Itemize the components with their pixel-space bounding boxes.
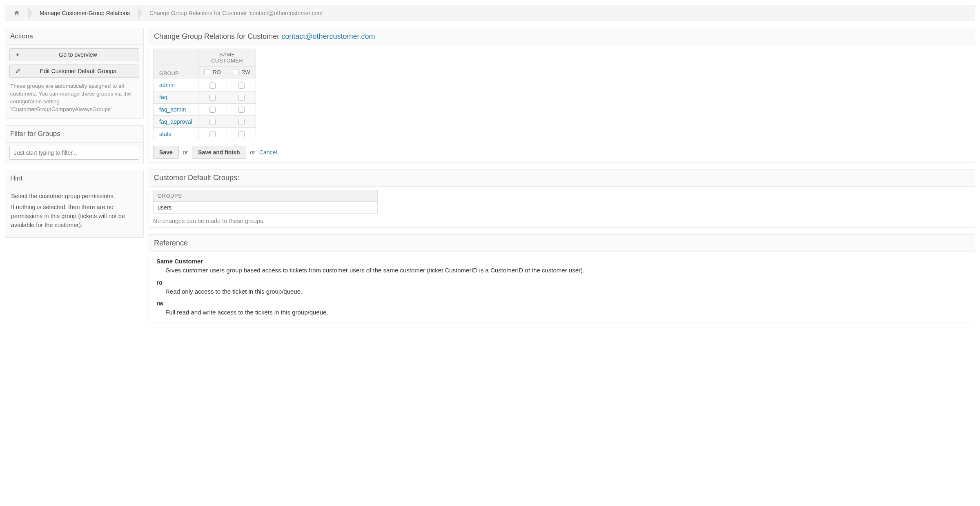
customer-email-link[interactable]: contact@othercustomer.com: [281, 32, 375, 40]
ref-rw-term: rw: [156, 300, 967, 307]
checkbox-faq-approval-ro[interactable]: [209, 119, 216, 125]
checkbox-ro-all[interactable]: [204, 69, 210, 75]
group-link-stats[interactable]: stats: [159, 131, 172, 137]
checkbox-faq-admin-ro[interactable]: [209, 107, 216, 113]
col-rw-select-all[interactable]: RW: [233, 69, 250, 75]
checkbox-faq-admin-rw[interactable]: [238, 107, 245, 113]
table-row: faq_approval: [154, 116, 256, 128]
checkbox-admin-rw[interactable]: [238, 82, 245, 89]
table-row: admin: [154, 79, 256, 91]
group-link-admin[interactable]: admin: [159, 82, 175, 88]
table-row: faq_admin: [154, 103, 256, 116]
ref-same-customer-term: Same Customer: [156, 258, 967, 265]
col-group: GROUP: [154, 49, 198, 79]
permissions-table: GROUP SAME CUSTOMER RO RW admin: [153, 49, 256, 140]
checkbox-faq-approval-rw[interactable]: [238, 119, 245, 125]
group-link-faq[interactable]: faq: [159, 94, 167, 100]
filter-title: Filter for Groups: [5, 126, 143, 143]
go-to-overview-button[interactable]: Go to overview: [9, 48, 139, 61]
breadcrumb-current: Change Group Relations for Customer 'con…: [141, 5, 332, 21]
default-groups-table: GROUPS users: [153, 190, 378, 214]
or-text-2: or: [250, 149, 255, 156]
default-groups-note: No changes can be made to these groups.: [153, 218, 971, 224]
save-and-finish-button[interactable]: Save and finish: [192, 146, 246, 159]
cancel-link[interactable]: Cancel: [259, 149, 277, 156]
relations-widget: Change Group Relations for Customer cont…: [149, 28, 975, 163]
hint-widget: Hint Select the customer:group permissio…: [5, 170, 144, 238]
checkbox-faq-ro[interactable]: [209, 95, 216, 101]
col-same-customer: SAME CUSTOMER: [198, 49, 256, 67]
home-icon: [13, 10, 20, 16]
default-groups-col: GROUPS: [154, 190, 378, 201]
group-link-faq-approval[interactable]: faq_approval: [159, 118, 192, 125]
checkbox-admin-ro[interactable]: [209, 82, 216, 89]
checkbox-stats-ro[interactable]: [209, 131, 216, 137]
caret-left-icon: [14, 53, 21, 57]
default-groups-widget: Customer Default Groups: GROUPS users No…: [149, 169, 975, 228]
edit-default-groups-button[interactable]: Edit Customer Default Groups: [9, 65, 139, 78]
group-link-faq-admin[interactable]: faq_admin: [159, 106, 186, 113]
checkbox-stats-rw[interactable]: [238, 131, 245, 137]
hint-p1: Select the customer:group permissions.: [11, 192, 138, 201]
relations-title: Change Group Relations for Customer cont…: [149, 28, 975, 45]
col-ro-select-all[interactable]: RO: [204, 69, 221, 75]
breadcrumb-home[interactable]: [5, 5, 28, 21]
action-row: Save or Save and finish or Cancel: [153, 146, 971, 159]
breadcrumb-manage[interactable]: Manage Customer-Group Relations: [31, 5, 138, 21]
hint-p2: If nothing is selected, then there are n…: [11, 203, 138, 230]
reference-title: Reference: [149, 235, 975, 252]
table-row: faq: [154, 91, 256, 103]
actions-widget: Actions Go to overview Edit Customer Def…: [5, 28, 144, 119]
default-groups-row: users: [154, 201, 378, 213]
table-row: stats: [154, 128, 256, 140]
hint-title: Hint: [5, 170, 143, 187]
col-rw-label: RW: [241, 69, 250, 75]
filter-widget: Filter for Groups: [5, 125, 144, 163]
col-ro-label: RO: [213, 69, 221, 75]
breadcrumb: Manage Customer-Group Relations Change G…: [5, 5, 975, 21]
actions-title: Actions: [5, 28, 143, 45]
ref-ro-def: Read only access to the ticket in this g…: [165, 287, 967, 296]
ref-rw-def: Full read and write access to the ticket…: [165, 308, 967, 317]
save-button[interactable]: Save: [153, 146, 179, 159]
ref-same-customer-def: Gives customer users group based access …: [165, 266, 967, 275]
edit-icon: [14, 68, 21, 74]
actions-note: These groups are automatically assigned …: [9, 81, 139, 115]
filter-input[interactable]: [9, 146, 139, 160]
or-text-1: or: [183, 149, 188, 156]
reference-widget: Reference Same Customer Gives customer u…: [149, 234, 975, 323]
go-to-overview-label: Go to overview: [21, 51, 135, 58]
default-groups-title: Customer Default Groups:: [149, 169, 975, 187]
checkbox-faq-rw[interactable]: [238, 95, 245, 101]
relations-title-prefix: Change Group Relations for Customer: [154, 32, 281, 40]
ref-ro-term: ro: [156, 279, 967, 286]
edit-default-groups-label: Edit Customer Default Groups: [21, 68, 135, 74]
checkbox-rw-all[interactable]: [233, 69, 239, 75]
